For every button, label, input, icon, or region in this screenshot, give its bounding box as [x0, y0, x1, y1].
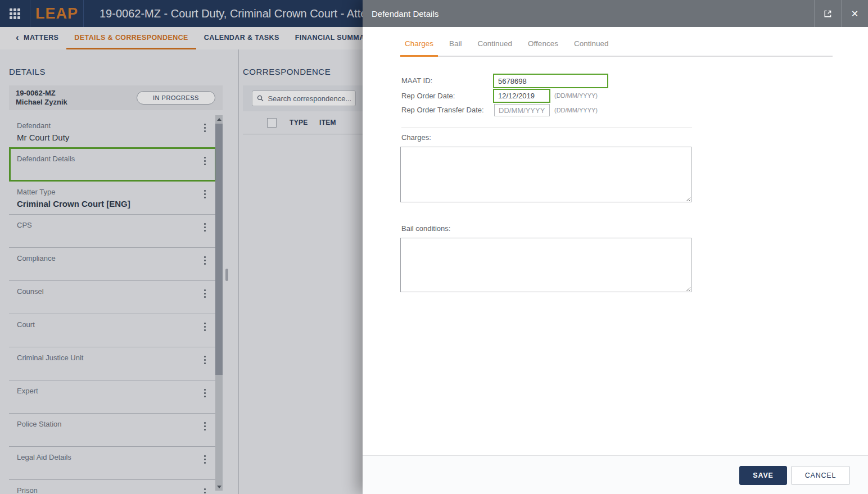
rep-order-transfer-date-label: Rep Order Transfer Date:: [401, 103, 484, 116]
close-icon: ✕: [851, 8, 858, 19]
rep-order-date-field[interactable]: [493, 89, 550, 103]
rep-order-transfer-date-format-hint: (DD/MM/YYYY): [554, 104, 598, 116]
rep-order-transfer-date-field[interactable]: [494, 104, 550, 116]
save-button[interactable]: SAVE: [739, 466, 787, 485]
modal-tab-continued-1[interactable]: Continued: [473, 39, 517, 48]
charges-label: Charges:: [401, 133, 431, 142]
modal-tab-bail[interactable]: Bail: [445, 39, 467, 48]
app-window: LEAP 19-0062-MZ - Court Duty, Criminal C…: [0, 0, 868, 494]
defendant-details-modal: Defendant Details ✕ Charges Bail Continu…: [363, 0, 868, 494]
close-button[interactable]: ✕: [841, 0, 868, 27]
maat-id-field[interactable]: [493, 74, 608, 88]
open-in-new-button[interactable]: [814, 0, 841, 27]
bail-conditions-textarea[interactable]: [400, 238, 691, 292]
modal-header-buttons: ✕: [814, 0, 868, 27]
modal-tab-charges[interactable]: Charges: [400, 39, 438, 48]
modal-tab-bar: Charges Bail Continued Offences Continue…: [400, 39, 613, 48]
charges-textarea[interactable]: [400, 147, 691, 202]
form-divider: [401, 128, 692, 128]
modal-tabs-underline: [400, 56, 833, 57]
rep-order-date-label: Rep Order Date:: [401, 89, 455, 103]
modal-tab-offences[interactable]: Offences: [523, 39, 563, 48]
modal-tab-continued-2[interactable]: Continued: [569, 39, 613, 48]
maat-id-label: MAAT ID:: [401, 74, 432, 88]
rep-order-date-format-hint: (DD/MM/YYYY): [554, 89, 598, 103]
open-in-new-icon: [823, 9, 833, 19]
modal-footer: SAVE CANCEL: [363, 455, 868, 494]
modal-title: Defendant Details: [372, 9, 438, 19]
modal-header: Defendant Details ✕: [363, 0, 868, 27]
cancel-button[interactable]: CANCEL: [791, 466, 850, 485]
bail-conditions-label: Bail conditions:: [401, 224, 450, 233]
